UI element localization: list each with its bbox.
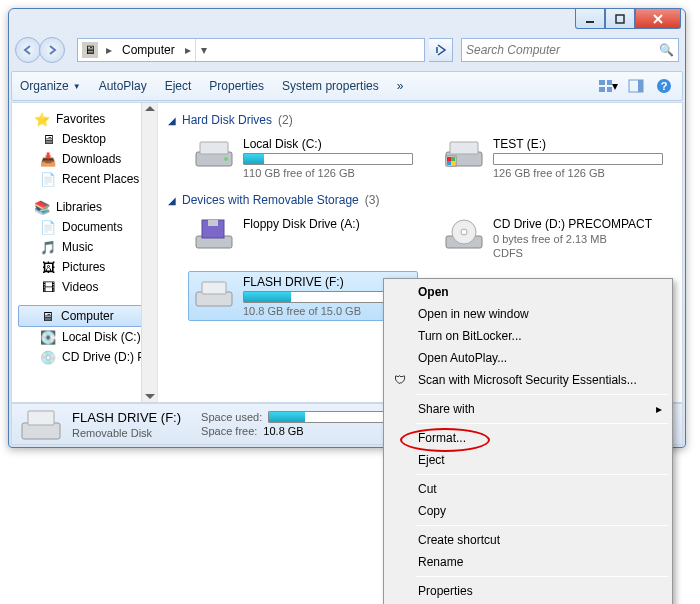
view-button[interactable]: ▾ xyxy=(598,76,618,96)
ctx-open-new-window[interactable]: Open in new window xyxy=(386,303,670,325)
flash-icon xyxy=(193,275,235,309)
ctx-separator xyxy=(416,394,668,395)
floppy-icon xyxy=(193,217,235,251)
ctx-open[interactable]: Open xyxy=(386,281,670,303)
svg-rect-19 xyxy=(451,161,455,165)
drive-local-disk-c[interactable]: Local Disk (C:) 110 GB free of 126 GB xyxy=(188,133,418,183)
group-header-hdd[interactable]: ◢ Hard Disk Drives (2) xyxy=(168,113,672,127)
toolbar-overflow[interactable]: » xyxy=(397,79,404,93)
collapse-icon: ◢ xyxy=(168,195,176,206)
context-menu: Open Open in new window Turn on BitLocke… xyxy=(383,278,673,604)
sidebar-favorites-header[interactable]: ⭐Favorites xyxy=(12,109,157,129)
system-properties-button[interactable]: System properties xyxy=(282,79,379,93)
sidebar-item-music[interactable]: 🎵Music xyxy=(12,237,157,257)
hdd-icon xyxy=(443,137,485,171)
ctx-share-with[interactable]: Share with▸ xyxy=(386,398,670,420)
sidebar-item-downloads[interactable]: 📥Downloads xyxy=(12,149,157,169)
sidebar-item-videos[interactable]: 🎞Videos xyxy=(12,277,157,297)
back-button[interactable] xyxy=(15,37,41,63)
organize-menu[interactable]: Organize▼ xyxy=(20,79,81,93)
cd-icon xyxy=(443,217,485,251)
ctx-separator xyxy=(416,525,668,526)
nav-sidebar: ⭐Favorites 🖥Desktop 📥Downloads 📄Recent P… xyxy=(12,103,158,402)
sidebar-item-local-disk-c[interactable]: 💽Local Disk (C:) xyxy=(12,327,157,347)
svg-rect-5 xyxy=(607,87,612,92)
pictures-icon: 🖼 xyxy=(40,259,56,275)
recent-icon: 📄 xyxy=(40,171,56,187)
space-used-label: Space used: xyxy=(201,411,262,423)
preview-pane-button[interactable] xyxy=(626,76,646,96)
ctx-scan-mse[interactable]: 🛡Scan with Microsoft Security Essentials… xyxy=(386,369,670,391)
eject-button[interactable]: Eject xyxy=(165,79,192,93)
documents-icon: 📄 xyxy=(40,219,56,235)
videos-icon: 🎞 xyxy=(40,279,56,295)
computer-icon: 🖥 xyxy=(39,308,55,324)
drive-subtitle: 110 GB free of 126 GB xyxy=(243,167,413,179)
ctx-eject[interactable]: Eject xyxy=(386,449,670,471)
computer-icon xyxy=(82,42,98,58)
sidebar-libraries-header[interactable]: 📚Libraries xyxy=(12,197,157,217)
flash-icon xyxy=(20,407,62,441)
ctx-bitlocker[interactable]: Turn on BitLocker... xyxy=(386,325,670,347)
ctx-separator xyxy=(416,474,668,475)
drive-floppy-a[interactable]: Floppy Disk Drive (A:) xyxy=(188,213,418,263)
properties-button[interactable]: Properties xyxy=(209,79,264,93)
svg-rect-22 xyxy=(208,220,218,226)
drive-test-e[interactable]: TEST (E:) 126 GB free of 126 GB xyxy=(438,133,668,183)
minimize-button[interactable] xyxy=(575,9,605,29)
address-bar[interactable]: ▸ Computer ▸ ▾ xyxy=(77,38,425,62)
details-capacity-bar xyxy=(268,411,398,423)
drive-title: Local Disk (C:) xyxy=(243,137,413,151)
sidebar-item-desktop[interactable]: 🖥Desktop xyxy=(12,129,157,149)
svg-rect-17 xyxy=(451,157,455,161)
sidebar-item-pictures[interactable]: 🖼Pictures xyxy=(12,257,157,277)
hdd-icon: 💽 xyxy=(40,329,56,345)
svg-rect-4 xyxy=(599,87,605,92)
svg-rect-2 xyxy=(599,80,605,85)
help-button[interactable]: ? xyxy=(654,76,674,96)
collapse-icon: ◢ xyxy=(168,115,176,126)
ctx-create-shortcut[interactable]: Create shortcut xyxy=(386,529,670,551)
libraries-icon: 📚 xyxy=(34,199,50,215)
svg-rect-16 xyxy=(447,157,451,161)
space-free-value: 10.8 GB xyxy=(263,425,303,437)
drive-cd-d[interactable]: CD Drive (D:) PRECOMPACT 0 bytes free of… xyxy=(438,213,668,263)
drive-subtitle: 0 bytes free of 2.13 MB xyxy=(493,233,663,245)
shield-icon: 🛡 xyxy=(392,372,408,388)
ctx-rename[interactable]: Rename xyxy=(386,551,670,573)
sidebar-item-documents[interactable]: 📄Documents xyxy=(12,217,157,237)
drive-title: Floppy Disk Drive (A:) xyxy=(243,217,413,231)
drive-title: CD Drive (D:) PRECOMPACT xyxy=(493,217,663,231)
space-free-label: Space free: xyxy=(201,425,257,437)
sidebar-item-recent[interactable]: 📄Recent Places xyxy=(12,169,157,189)
search-input[interactable]: Search Computer 🔍 xyxy=(461,38,679,62)
forward-button[interactable] xyxy=(39,37,65,63)
sidebar-scrollbar[interactable] xyxy=(141,103,157,402)
maximize-button[interactable] xyxy=(605,9,635,29)
autoplay-button[interactable]: AutoPlay xyxy=(99,79,147,93)
close-button[interactable] xyxy=(635,9,681,29)
details-title: FLASH DRIVE (F:) xyxy=(72,410,181,425)
address-dropdown[interactable]: ▾ xyxy=(195,39,213,61)
sidebar-item-cd-drive-d[interactable]: 💿CD Drive (D:) PRECOMPACT xyxy=(12,347,157,367)
refresh-button[interactable] xyxy=(429,38,453,62)
star-icon: ⭐ xyxy=(34,111,50,127)
svg-rect-0 xyxy=(586,21,594,23)
search-placeholder: Search Computer xyxy=(466,43,560,57)
ctx-cut[interactable]: Cut xyxy=(386,478,670,500)
search-icon: 🔍 xyxy=(659,43,674,57)
sidebar-item-computer[interactable]: 🖥Computer xyxy=(18,305,143,327)
ctx-copy[interactable]: Copy xyxy=(386,500,670,522)
ctx-properties[interactable]: Properties xyxy=(386,580,670,602)
svg-rect-1 xyxy=(616,15,624,23)
ctx-separator xyxy=(416,423,668,424)
ctx-format[interactable]: Format... xyxy=(386,427,670,449)
drive-subtitle: 126 GB free of 126 GB xyxy=(493,167,663,179)
details-type: Removable Disk xyxy=(72,427,181,439)
ctx-autoplay[interactable]: Open AutoPlay... xyxy=(386,347,670,369)
group-header-removable[interactable]: ◢ Devices with Removable Storage (3) xyxy=(168,193,672,207)
ctx-separator xyxy=(416,576,668,577)
svg-text:?: ? xyxy=(661,80,668,92)
breadcrumb-computer[interactable]: Computer xyxy=(116,39,181,61)
svg-rect-29 xyxy=(28,411,54,425)
